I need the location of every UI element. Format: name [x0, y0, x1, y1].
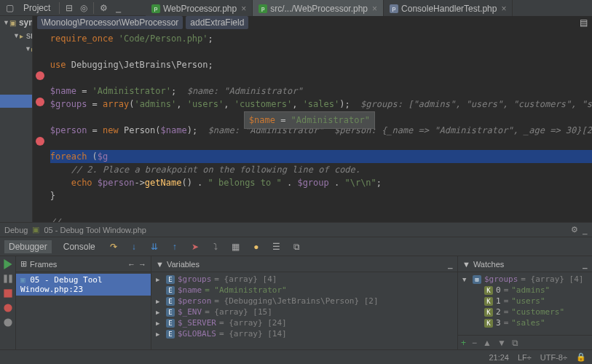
watch-child-row[interactable]: K1 = "users": [458, 296, 592, 306]
breakpoint-icon[interactable]: [36, 98, 44, 106]
line-separator[interactable]: LF÷: [518, 353, 532, 362]
move-up-icon[interactable]: ▲: [483, 338, 492, 348]
variable-row[interactable]: ▶E$person = {Debugging\JetBrains\Person}…: [151, 296, 457, 306]
chevron-down-icon: ▼: [3, 19, 9, 26]
move-down-icon[interactable]: ▼: [497, 338, 506, 348]
minimize-icon[interactable]: ⎯: [583, 260, 588, 269]
variable-row[interactable]: ▶E$groups = {array} [4]: [151, 274, 457, 285]
debug-run-controls: [0, 256, 16, 349]
variable-value: = {array} [24]: [219, 318, 287, 328]
watch-child-value: "sales": [511, 318, 545, 328]
collapse-icon[interactable]: ⊟: [63, 1, 76, 15]
project-label: Project: [17, 3, 56, 13]
editor-tab[interactable]: pWebProcessor.php×: [146, 0, 253, 17]
tree-node[interactable]: ▶▸ExpressionLanguage: [0, 147, 33, 160]
tree-node[interactable]: ▶▸CacheWarmer: [0, 82, 33, 95]
step-out-icon[interactable]: ↑: [168, 240, 181, 253]
tree-node[interactable]: ▶▸ChoiceList: [0, 173, 33, 186]
editor-tab[interactable]: psrc/.../WebProcessor.php×: [253, 0, 384, 17]
close-icon[interactable]: ×: [501, 4, 506, 14]
tree-node[interactable]: ▼▸DataCollector: [0, 95, 33, 108]
toggle-breakpoint-icon[interactable]: ●: [250, 240, 263, 253]
variable-value: = {array} [15]: [205, 307, 272, 317]
settings-icon[interactable]: ⚙: [571, 225, 578, 234]
file-encoding[interactable]: UTF-8÷: [540, 353, 567, 362]
tab-label: src/.../WebProcessor.php: [270, 4, 368, 14]
variable-row[interactable]: ▶E$_ENV = {array} [15]: [151, 306, 457, 317]
breakpoint-icon[interactable]: [36, 137, 44, 146]
mute-breakpoints-icon[interactable]: ☰: [270, 240, 283, 253]
tooltip-var: $name: [249, 115, 275, 125]
mute-icon[interactable]: [3, 317, 13, 328]
svg-rect-0: [4, 274, 7, 282]
locate-icon[interactable]: ◎: [77, 1, 90, 15]
tooltip-value: "Administrator": [291, 115, 370, 125]
debug-label: Debug: [4, 226, 28, 234]
tree-node[interactable]: ▶▸Type: [0, 213, 33, 222]
variable-row[interactable]: ▶E$_SERVER = {array} [24]: [151, 317, 457, 328]
folder-icon: ▸: [20, 31, 23, 41]
tree-node[interactable]: ◆DoctrineDataCollec: [0, 108, 33, 121]
tree-node[interactable]: ▼▸Symfony: [0, 42, 32, 55]
tree-node[interactable]: ▼▸Form: [0, 160, 33, 173]
tree-node[interactable]: ▶▸DependencyInjection: [0, 134, 33, 147]
watch-child-row[interactable]: K0 = "admins": [458, 285, 592, 296]
next-frame-icon[interactable]: →: [138, 260, 146, 269]
watch-child-row[interactable]: K2 = "customers": [458, 306, 592, 317]
close-icon[interactable]: ×: [241, 4, 246, 14]
code-editor[interactable]: require_once 'Code/Person.php'; use Debu…: [33, 29, 592, 222]
frame-item[interactable]: ▣ 05 - Debug Tool Window.php:23: [16, 274, 151, 296]
breakpoint-icon[interactable]: [36, 71, 44, 80]
tree-node[interactable]: ▶▸EventListener: [0, 199, 33, 213]
breadcrumb-method[interactable]: addExtraField: [186, 16, 248, 29]
watch-row[interactable]: ▼⊞$groups = {array} [4]: [458, 274, 592, 285]
php-file-icon: p: [390, 4, 398, 13]
resume-icon[interactable]: [3, 259, 13, 269]
tree-root[interactable]: ▼ ▣ symfony2 (~/PhpstormProjects/symfo: [0, 16, 32, 29]
settings-icon[interactable]: ⚙: [97, 1, 110, 15]
project-view-icon[interactable]: ▢: [3, 1, 16, 15]
variable-name: $GLOBALS: [178, 329, 216, 339]
php-file-icon: p: [258, 4, 267, 13]
remove-watch-icon[interactable]: −: [472, 338, 477, 348]
tab-debugger[interactable]: Debugger: [4, 240, 52, 253]
force-step-into-icon[interactable]: ⇊: [148, 240, 161, 253]
editor-tab[interactable]: pConsoleHandlerTest.php×: [384, 0, 513, 17]
step-over-icon[interactable]: ↷: [107, 240, 120, 253]
chevron-icon: ▼: [13, 32, 20, 39]
variable-row[interactable]: ▶E$GLOBALS = {array} [14]: [151, 328, 457, 339]
minimize-icon[interactable]: ⎯: [448, 260, 453, 269]
variable-badge: E: [166, 330, 175, 339]
tree-node[interactable]: ▶▸DataFixtures: [0, 121, 33, 134]
tab-label: ConsoleHandlerTest.php: [401, 4, 497, 14]
breadcrumb-class[interactable]: \Monolog\Processor\WebProcessor: [37, 16, 183, 29]
tree-node[interactable]: ▼▸Bridge: [0, 55, 33, 68]
step-into-icon[interactable]: ↓: [127, 240, 141, 253]
tree-node[interactable]: ▼▸src: [0, 29, 32, 42]
hide-icon[interactable]: ⎯: [111, 1, 125, 15]
tree-label: src: [26, 31, 33, 41]
evaluate-tooltip: $name = "Administrator": [244, 111, 375, 129]
stop-icon[interactable]: [3, 288, 13, 298]
drop-frame-icon[interactable]: ⤵: [209, 240, 222, 253]
pause-icon[interactable]: [3, 274, 13, 284]
php-file-icon: p: [151, 4, 160, 13]
evaluate-icon[interactable]: ▦: [229, 240, 242, 253]
copy-icon[interactable]: ⧉: [512, 338, 518, 348]
watch-child-row[interactable]: K3 = "sales": [458, 317, 592, 328]
add-watch-icon[interactable]: +: [461, 338, 466, 348]
prev-frame-icon[interactable]: ←: [127, 260, 135, 269]
tab-console[interactable]: Console: [59, 240, 100, 253]
settings-icon[interactable]: ⧉: [291, 240, 304, 253]
lock-icon[interactable]: 🔒: [576, 352, 586, 362]
view-breakpoints-icon[interactable]: [3, 303, 13, 313]
watches-title: Watches: [473, 260, 504, 269]
close-icon[interactable]: ×: [372, 4, 377, 14]
editor-split-icon[interactable]: ▤: [580, 17, 588, 28]
minimize-icon[interactable]: ⎯: [583, 226, 588, 234]
variable-row[interactable]: E$name = "Administrator": [151, 285, 457, 296]
tree-node[interactable]: ▶▸DataTransformer: [0, 186, 33, 199]
tree-node[interactable]: ▼▸Doctrine: [0, 68, 33, 82]
svg-rect-2: [4, 289, 12, 297]
run-to-cursor-icon[interactable]: ➤: [189, 240, 202, 253]
